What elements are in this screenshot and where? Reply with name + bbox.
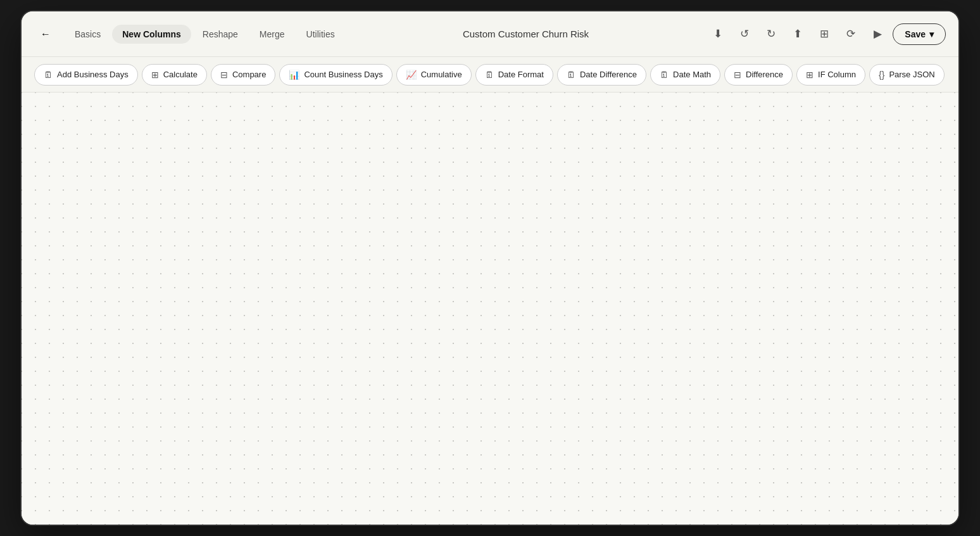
grid-icon: ⊞ bbox=[820, 27, 829, 41]
tool-compare[interactable]: ⊟ Compare bbox=[211, 64, 275, 86]
tool-add-business-days[interactable]: 🗓 Add Business Days bbox=[34, 64, 138, 86]
back-icon: ← bbox=[41, 29, 51, 40]
dot-grid-background bbox=[22, 93, 958, 525]
calculate-icon: ⊞ bbox=[151, 70, 159, 80]
tool-parse-json[interactable]: {} Parse JSON bbox=[869, 64, 945, 86]
compare-icon: ⊟ bbox=[220, 70, 228, 80]
redo-icon: ↻ bbox=[767, 27, 776, 41]
tool-date-format-label: Date Format bbox=[498, 70, 544, 79]
tool-date-difference[interactable]: 🗓 Date Difference bbox=[557, 64, 646, 86]
undo-button[interactable]: ↺ bbox=[733, 23, 756, 46]
cloud-save-icon: ⬆ bbox=[793, 27, 802, 41]
cumulative-icon: 📈 bbox=[406, 70, 417, 80]
date-format-icon: 🗓 bbox=[485, 70, 494, 80]
tab-utilities[interactable]: Utilities bbox=[296, 25, 345, 44]
tool-if-column-label: IF Column bbox=[818, 70, 856, 79]
tool-difference-label: Difference bbox=[746, 70, 783, 79]
save-button[interactable]: Save ▾ bbox=[893, 23, 946, 45]
date-difference-icon: 🗓 bbox=[567, 70, 575, 80]
refresh-button[interactable]: ⟳ bbox=[839, 23, 862, 46]
tool-date-math[interactable]: 🗓 Date Math bbox=[650, 64, 720, 86]
parse-json-icon: {} bbox=[879, 70, 884, 80]
save-chevron-icon: ▾ bbox=[929, 29, 934, 39]
nav-tabs: Basics New Columns Reshape Merge Utiliti… bbox=[65, 25, 345, 44]
tab-merge[interactable]: Merge bbox=[249, 25, 295, 44]
save-label: Save bbox=[905, 29, 926, 39]
tool-parse-json-label: Parse JSON bbox=[889, 70, 934, 79]
back-button[interactable]: ← bbox=[34, 23, 57, 46]
tool-bar: 🗓 Add Business Days ⊞ Calculate ⊟ Compar… bbox=[22, 57, 958, 93]
tool-count-business-days-label: Count Business Days bbox=[304, 70, 382, 79]
app-frame: ← Basics New Columns Reshape Merge Utili… bbox=[22, 11, 958, 525]
play-icon: ▶ bbox=[874, 27, 882, 41]
download-button[interactable]: ⬇ bbox=[707, 23, 729, 46]
difference-icon: ⊟ bbox=[734, 70, 741, 80]
if-column-icon: ⊞ bbox=[806, 70, 814, 80]
refresh-icon: ⟳ bbox=[846, 27, 855, 41]
page-title: Custom Customer Churn Risk bbox=[350, 29, 702, 39]
count-business-days-icon: 📊 bbox=[289, 70, 299, 80]
tool-compare-label: Compare bbox=[232, 70, 266, 79]
tab-basics[interactable]: Basics bbox=[65, 25, 111, 44]
tool-difference[interactable]: ⊟ Difference bbox=[724, 64, 793, 86]
tab-reshape[interactable]: Reshape bbox=[192, 25, 248, 44]
tool-calculate[interactable]: ⊞ Calculate bbox=[142, 64, 207, 86]
redo-button[interactable]: ↻ bbox=[760, 23, 782, 46]
nav-actions: ⬇ ↺ ↻ ⬆ ⊞ ⟳ ▶ Save ▾ bbox=[707, 23, 946, 46]
tool-cumulative-label: Cumulative bbox=[421, 70, 462, 79]
add-business-days-icon: 🗓 bbox=[44, 70, 53, 80]
tab-new-columns[interactable]: New Columns bbox=[112, 25, 191, 44]
tool-count-business-days[interactable]: 📊 Count Business Days bbox=[279, 64, 392, 86]
tool-if-column[interactable]: ⊞ IF Column bbox=[796, 64, 865, 86]
canvas-area[interactable] bbox=[22, 93, 958, 525]
download-icon: ⬇ bbox=[713, 27, 722, 41]
cloud-save-button[interactable]: ⬆ bbox=[786, 23, 809, 46]
tool-date-math-label: Date Math bbox=[673, 70, 711, 79]
undo-icon: ↺ bbox=[740, 27, 749, 41]
play-button[interactable]: ▶ bbox=[866, 23, 889, 46]
tool-cumulative[interactable]: 📈 Cumulative bbox=[396, 64, 472, 86]
tool-add-business-days-label: Add Business Days bbox=[57, 70, 129, 79]
date-math-icon: 🗓 bbox=[660, 70, 669, 80]
tool-calculate-label: Calculate bbox=[163, 70, 198, 79]
grid-view-button[interactable]: ⊞ bbox=[813, 23, 836, 46]
tool-date-format[interactable]: 🗓 Date Format bbox=[475, 64, 553, 86]
tool-date-difference-label: Date Difference bbox=[580, 70, 637, 79]
nav-bar: ← Basics New Columns Reshape Merge Utili… bbox=[22, 11, 958, 57]
